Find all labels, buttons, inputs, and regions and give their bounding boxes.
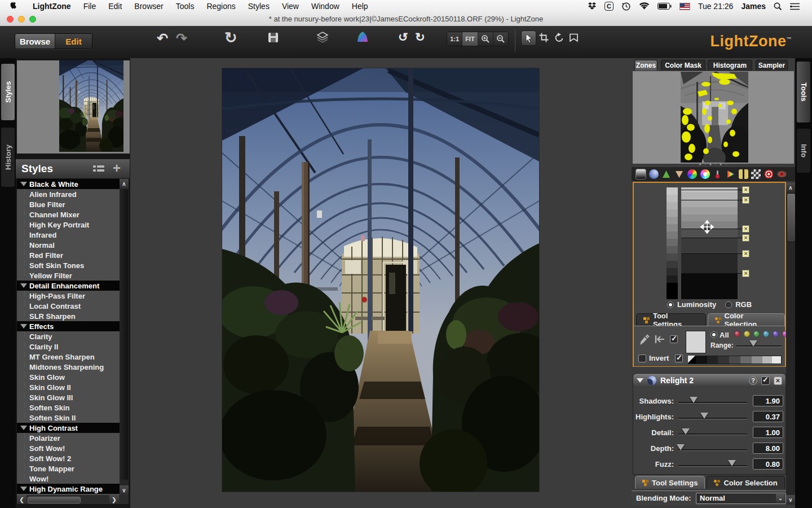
luminosity-range-checkbox[interactable] xyxy=(675,354,683,362)
menu-user[interactable]: James xyxy=(741,2,766,11)
color-dot-2[interactable] xyxy=(753,331,760,337)
zone-handle[interactable]: ✕ xyxy=(742,186,749,194)
style-group-detail-enhancement[interactable]: Detail Enhancement xyxy=(17,281,120,291)
white-point-tool-icon[interactable] xyxy=(713,169,722,179)
tab-zones[interactable]: Zones xyxy=(634,60,657,71)
param-slider[interactable] xyxy=(678,449,747,450)
panel-tab-info[interactable]: Info xyxy=(797,129,810,173)
done-icon[interactable] xyxy=(268,32,279,43)
zone-step[interactable] xyxy=(667,283,678,299)
orig-icon[interactable] xyxy=(316,32,329,43)
style-group-effects[interactable]: Effects xyxy=(17,321,120,331)
param-slider-thumb[interactable] xyxy=(677,444,685,450)
noise-reduction-tool-icon[interactable] xyxy=(739,169,748,179)
zone-step[interactable] xyxy=(667,231,678,239)
subtab-color-selection[interactable]: Color Selection xyxy=(708,313,785,326)
param-slider-thumb[interactable] xyxy=(728,460,736,466)
input-flag-icon[interactable] xyxy=(679,3,690,10)
style-item-local-contrast[interactable]: Local Contrast xyxy=(17,301,120,311)
param-slider[interactable] xyxy=(678,433,747,435)
param-slider-thumb[interactable] xyxy=(682,428,690,435)
battery-icon[interactable] xyxy=(657,3,672,10)
collapse-triangle-icon[interactable] xyxy=(637,378,643,383)
notification-center-icon[interactable] xyxy=(790,3,800,10)
style-item-skin-glow-ii[interactable]: Skin Glow II xyxy=(17,382,120,392)
zoom-1-1-button[interactable]: 1:1 xyxy=(447,32,462,46)
tab-color-mask[interactable]: Color Mask xyxy=(661,60,705,71)
style-item-clarity-ii[interactable]: Clarity II xyxy=(17,341,120,352)
zone-band[interactable] xyxy=(681,274,738,299)
style-item-wow[interactable]: Wow! xyxy=(17,474,120,484)
gaussian-blur-tool-icon[interactable] xyxy=(674,169,684,179)
time-machine-icon[interactable] xyxy=(621,2,631,11)
style-item-soft-wow[interactable]: Soft Wow! xyxy=(17,443,120,453)
sharpen-tool-icon[interactable] xyxy=(661,169,671,179)
zoom-out-button[interactable] xyxy=(493,32,508,46)
color-balance-tool-icon[interactable] xyxy=(700,169,710,179)
menu-window[interactable]: Window xyxy=(311,2,339,11)
dropdown-chevron-icon[interactable]: ⌄ xyxy=(776,494,785,503)
param-slider[interactable] xyxy=(678,402,747,403)
zone-step[interactable] xyxy=(667,275,678,283)
scroll-down-icon[interactable]: ∨ xyxy=(786,495,795,505)
blending-mode-select[interactable]: Normal ⌄ xyxy=(696,493,786,504)
spot-tool-icon[interactable] xyxy=(764,169,774,179)
scroll-up-icon[interactable]: ∧ xyxy=(120,179,129,189)
style-item-skin-glow-iii[interactable]: Skin Glow III xyxy=(17,392,120,402)
menu-browser[interactable]: Browser xyxy=(134,2,163,11)
style-item-midtones-sharpening[interactable]: Midtones Sharpening xyxy=(17,362,120,372)
zoom-fit-button[interactable]: FIT xyxy=(462,32,478,46)
hue-saturation-tool-icon[interactable] xyxy=(687,169,697,179)
relight-header[interactable]: Relight 2 ? ✕ xyxy=(633,374,785,387)
sidebar-tab-history[interactable]: History xyxy=(1,128,15,187)
luminosity-range-strip[interactable] xyxy=(688,356,782,364)
zone-scale-strip[interactable] xyxy=(667,187,678,299)
menu-regions[interactable]: Regions xyxy=(206,2,235,11)
range-slider[interactable] xyxy=(736,345,782,347)
relight-tool-icon[interactable] xyxy=(649,169,659,179)
rotate-left-icon[interactable]: ↺ xyxy=(398,30,408,44)
apple-menu[interactable] xyxy=(10,2,18,11)
scroll-left-icon[interactable]: ❮ xyxy=(17,495,27,504)
photo-greenhouse[interactable] xyxy=(222,68,539,492)
tab-histogram[interactable]: Histogram xyxy=(708,60,752,71)
vertical-scroll-thumb[interactable] xyxy=(120,189,128,480)
style-item-blue-filter[interactable]: Blue Filter xyxy=(17,199,120,209)
style-item-clarity[interactable]: Clarity xyxy=(17,331,120,341)
zone-band[interactable] xyxy=(681,207,738,214)
style-item-soft-wow-2[interactable]: Soft Wow! 2 xyxy=(17,453,120,463)
luminosity-radio[interactable] xyxy=(667,301,674,308)
redo-icon[interactable]: ↷ xyxy=(176,30,187,46)
param-slider-thumb[interactable] xyxy=(690,397,698,403)
zone-step[interactable] xyxy=(667,268,678,275)
tab-sampler[interactable]: Sampler xyxy=(756,60,788,71)
param-slider-thumb[interactable] xyxy=(700,413,708,419)
selection-enabled-checkbox[interactable] xyxy=(670,335,678,343)
preview-thumbnail[interactable] xyxy=(59,60,123,152)
subtab-tool-settings[interactable]: Tool Settings xyxy=(636,313,706,326)
style-group-high-contrast[interactable]: High Contrast xyxy=(17,423,120,433)
style-item-soften-skin-ii[interactable]: Soften Skin II xyxy=(17,413,120,423)
style-item-red-filter[interactable]: Red Filter xyxy=(17,250,120,260)
color-dot-0[interactable] xyxy=(734,331,740,337)
style-item-mt-green-sharpen[interactable]: MT Green Sharpen xyxy=(17,352,120,362)
red-eyes-tool-icon[interactable] xyxy=(777,169,787,179)
menu-lightzone[interactable]: LightZone xyxy=(33,2,71,11)
param-slider[interactable] xyxy=(678,465,747,466)
preview-resize-grip[interactable]: + · + · + · xyxy=(632,163,795,167)
styles-list-horizontal-scrollbar[interactable]: ❮ ❯ xyxy=(17,495,129,504)
zone-step[interactable] xyxy=(667,261,678,268)
zone-step[interactable] xyxy=(667,217,678,224)
relight-close-icon[interactable]: ✕ xyxy=(774,376,782,385)
reset-selection-icon[interactable] xyxy=(654,335,665,344)
styles-list-vertical-scrollbar[interactable]: ∧ ∨ xyxy=(120,179,129,495)
style-item-yellow-filter[interactable]: Yellow Filter xyxy=(17,270,120,281)
editor-canvas[interactable] xyxy=(130,58,633,508)
style-item-polarizer[interactable]: Polarizer xyxy=(17,433,120,443)
style-item-high-key-portrait[interactable]: High Key Portrait xyxy=(17,220,120,230)
color-dot-1[interactable] xyxy=(744,331,750,337)
panel-tab-tools[interactable]: Tools xyxy=(797,62,810,122)
zone-step[interactable] xyxy=(667,224,678,231)
subtab-tool-settings[interactable]: Tool Settings xyxy=(635,476,705,489)
menu-tools[interactable]: Tools xyxy=(176,2,195,11)
